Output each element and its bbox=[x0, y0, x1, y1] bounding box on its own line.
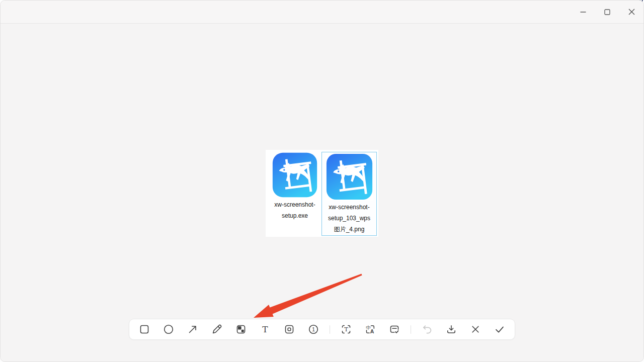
maximize-button[interactable] bbox=[595, 1, 619, 23]
mosaic-tool-button[interactable] bbox=[229, 319, 253, 339]
spotlight-tool-button[interactable] bbox=[277, 319, 301, 339]
pencil-icon bbox=[211, 323, 223, 335]
cancel-button[interactable] bbox=[463, 319, 488, 339]
file-name-line: xw-screenshot- bbox=[274, 201, 315, 209]
file-icon-png-selected: xw-screenshot- setup_103_wps 图片_4.png bbox=[321, 152, 377, 236]
pencil-tool-button[interactable] bbox=[205, 319, 229, 339]
translate-icon: 中 A bbox=[364, 323, 376, 335]
undo-button bbox=[415, 319, 439, 339]
confirm-button[interactable] bbox=[488, 319, 512, 339]
toolbar-separator bbox=[330, 325, 330, 334]
arrow-tool-button[interactable] bbox=[181, 319, 205, 339]
close-button[interactable] bbox=[619, 1, 643, 23]
file-name-line: xw-screenshot- bbox=[329, 203, 369, 212]
close-x-icon bbox=[469, 323, 481, 335]
minimize-icon bbox=[580, 9, 586, 15]
svg-text:1: 1 bbox=[312, 326, 315, 332]
checkmark-icon bbox=[494, 323, 506, 335]
svg-text:A: A bbox=[370, 328, 374, 334]
svg-text:T: T bbox=[344, 326, 348, 333]
arrow-icon bbox=[187, 323, 199, 335]
app-logo-icon bbox=[272, 152, 318, 198]
titlebar bbox=[1, 1, 643, 24]
toolbar-separator bbox=[411, 325, 411, 334]
editor-canvas[interactable]: xw-screenshot- setup.exe bbox=[1, 24, 643, 361]
number-badge-icon: 1 bbox=[307, 323, 319, 335]
spotlight-icon bbox=[283, 323, 295, 335]
note-tool-button[interactable] bbox=[382, 319, 407, 339]
app-logo-icon bbox=[326, 153, 373, 201]
captured-screenshot-region: xw-screenshot- setup.exe bbox=[266, 150, 378, 237]
screenshot-editor-window: xw-screenshot- setup.exe bbox=[0, 0, 644, 362]
ellipse-tool-button[interactable] bbox=[156, 319, 181, 339]
undo-icon bbox=[421, 323, 433, 335]
rectangle-icon bbox=[138, 323, 150, 335]
svg-text:T: T bbox=[262, 324, 268, 334]
file-name-line: setup_103_wps bbox=[328, 214, 370, 223]
minimize-button[interactable] bbox=[571, 1, 595, 23]
text-icon: T bbox=[259, 323, 271, 335]
annotation-toolbar: T 1 T 中 bbox=[129, 319, 515, 340]
file-name-line: 图片_4.png bbox=[334, 225, 365, 234]
rectangle-tool-button[interactable] bbox=[132, 319, 156, 339]
save-button[interactable] bbox=[439, 319, 463, 339]
maximize-icon bbox=[604, 9, 610, 15]
note-icon bbox=[388, 323, 400, 335]
text-tool-button[interactable]: T bbox=[253, 319, 277, 339]
file-name-line: setup.exe bbox=[282, 212, 308, 220]
ocr-tool-button[interactable]: T bbox=[334, 319, 358, 339]
number-badge-tool-button[interactable]: 1 bbox=[301, 319, 326, 339]
download-icon bbox=[445, 323, 457, 335]
mosaic-icon bbox=[235, 323, 247, 335]
translate-tool-button[interactable]: 中 A bbox=[358, 319, 382, 339]
ellipse-icon bbox=[163, 323, 175, 335]
file-icon-exe: xw-screenshot- setup.exe bbox=[267, 152, 323, 220]
close-icon bbox=[628, 9, 635, 15]
ocr-icon: T bbox=[340, 323, 352, 335]
